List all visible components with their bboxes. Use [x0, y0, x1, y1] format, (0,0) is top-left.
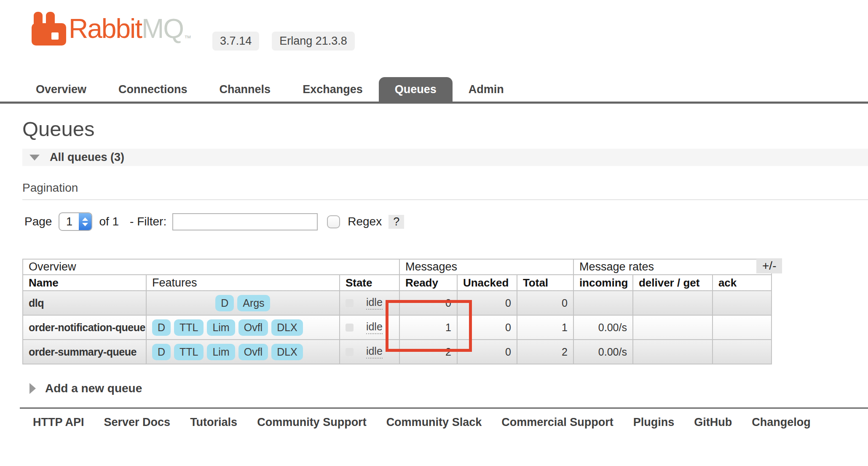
column-header-deliver-get[interactable]: deliver / get — [633, 275, 713, 291]
pagination-divider — [22, 199, 868, 200]
total-count: 2 — [517, 340, 573, 364]
rabbitmq-logo: RabbitMQ™ — [32, 12, 191, 55]
column-header-ack[interactable]: ack — [713, 275, 772, 291]
deliver-get-rate — [633, 291, 713, 315]
queues-table-zone: Overview Messages Message rates Name Fea… — [22, 259, 868, 364]
total-count: 0 — [517, 291, 573, 315]
footer-link-tutorials[interactable]: Tutorials — [190, 416, 237, 429]
pagination-controls: Page 1 of 1 - Filter: Regex ? — [24, 212, 868, 231]
state-indicator-icon — [346, 324, 354, 332]
rabbitmq-version-badge: 3.7.14 — [212, 32, 259, 51]
expand-triangle-icon — [29, 383, 36, 394]
tab-connections[interactable]: Connections — [102, 77, 204, 102]
feature-badge-args: Args — [237, 295, 270, 311]
version-badges: 3.7.14 Erlang 21.3.8 — [212, 32, 355, 51]
state-label: idle — [366, 345, 383, 359]
add-queue-toggle[interactable]: Add a new queue — [29, 382, 868, 395]
footer-link-community-support[interactable]: Community Support — [257, 416, 366, 429]
deliver-get-rate — [633, 340, 713, 364]
queue-features-cell: DArgs — [146, 291, 340, 315]
filter-label: - Filter: — [130, 215, 166, 228]
queue-name-link[interactable]: dlq — [23, 291, 146, 315]
unacked-count: 0 — [457, 340, 517, 364]
table-row: order-summary-queue DTTLLimOvflDLX idle … — [23, 340, 772, 364]
rabbitmq-management-page: RabbitMQ™ 3.7.14 Erlang 21.3.8 Overview … — [0, 0, 868, 466]
ready-count: 1 — [399, 315, 457, 340]
incoming-rate: 0.00/s — [573, 315, 633, 340]
footer-link-changelog[interactable]: Changelog — [752, 416, 811, 429]
feature-badge-durable: D — [215, 295, 234, 311]
queue-features-cell: DTTLLimOvflDLX — [146, 315, 340, 340]
logo-wordmark: RabbitMQ™ — [69, 12, 191, 55]
queue-state-cell: idle — [340, 315, 399, 340]
queue-name-link[interactable]: order-summary-queue — [23, 340, 146, 364]
filter-input[interactable] — [172, 213, 318, 230]
incoming-rate: 0.00/s — [573, 340, 633, 364]
feature-badge-dlx: DLX — [271, 319, 303, 336]
feature-badge-ovfl: Ovfl — [238, 319, 268, 336]
page-number-stepper[interactable]: 1 — [59, 212, 92, 231]
table-row: dlq DArgs idle 0 0 0 — [23, 291, 772, 315]
feature-badge-ovfl: Ovfl — [238, 344, 268, 360]
feature-badge-dlx: DLX — [271, 344, 303, 360]
feature-badge-durable: D — [152, 344, 171, 360]
all-queues-section-toggle[interactable]: All queues (3) — [22, 149, 868, 166]
page-title: Queues — [22, 117, 868, 141]
ack-rate — [713, 291, 772, 315]
page-label: Page — [24, 215, 52, 228]
unacked-count: 0 — [457, 315, 517, 340]
feature-badge-lim: Lim — [207, 344, 235, 360]
tab-channels[interactable]: Channels — [204, 77, 287, 102]
tab-admin[interactable]: Admin — [453, 77, 520, 102]
queues-table: Overview Messages Message rates Name Fea… — [22, 259, 772, 364]
feature-badge-ttl: TTL — [174, 319, 204, 336]
group-header-messages: Messages — [399, 259, 573, 275]
table-row: order-notification-queue DTTLLimOvflDLX … — [23, 315, 772, 340]
state-indicator-icon — [346, 348, 354, 356]
collapse-triangle-icon — [29, 155, 40, 161]
column-header-unacked[interactable]: Unacked — [457, 275, 517, 291]
column-header-total[interactable]: Total — [517, 275, 573, 291]
page-number-value: 1 — [59, 213, 79, 230]
feature-badge-lim: Lim — [207, 319, 235, 336]
state-label: idle — [366, 296, 383, 310]
queue-name-link[interactable]: order-notification-queue — [23, 315, 146, 340]
tab-queues[interactable]: Queues — [379, 77, 453, 102]
erlang-version-badge: Erlang 21.3.8 — [272, 32, 355, 51]
column-header-incoming[interactable]: incoming — [573, 275, 633, 291]
incoming-rate — [573, 291, 633, 315]
footer-links: HTTP API Server Docs Tutorials Community… — [20, 409, 868, 429]
group-header-overview: Overview — [23, 259, 399, 275]
feature-badge-durable: D — [152, 319, 171, 336]
column-header-state[interactable]: State — [340, 275, 399, 291]
ready-count: 2 — [399, 340, 457, 364]
state-indicator-icon — [346, 299, 354, 307]
tab-overview[interactable]: Overview — [20, 77, 102, 102]
main-nav: Overview Connections Channels Exchanges … — [0, 77, 868, 104]
unacked-count: 0 — [457, 291, 517, 315]
footer-link-server-docs[interactable]: Server Docs — [104, 416, 171, 429]
footer-link-commercial-support[interactable]: Commercial Support — [501, 416, 613, 429]
queue-state-cell: idle — [340, 291, 399, 315]
footer-link-github[interactable]: GitHub — [694, 416, 732, 429]
footer-link-http-api[interactable]: HTTP API — [33, 416, 84, 429]
state-label: idle — [366, 321, 383, 334]
footer-link-community-slack[interactable]: Community Slack — [386, 416, 482, 429]
feature-badge-ttl: TTL — [174, 344, 204, 360]
rabbit-icon — [32, 12, 66, 46]
pagination-heading: Pagination — [22, 181, 868, 195]
queue-state-cell: idle — [340, 340, 399, 364]
regex-help-button[interactable]: ? — [388, 215, 404, 229]
ack-rate — [713, 315, 772, 340]
ack-rate — [713, 340, 772, 364]
column-header-name[interactable]: Name — [23, 275, 146, 291]
stepper-arrows-icon[interactable] — [79, 213, 91, 230]
tab-exchanges[interactable]: Exchanges — [287, 77, 379, 102]
section-label: All queues (3) — [50, 151, 124, 164]
page-footer: HTTP API Server Docs Tutorials Community… — [20, 407, 868, 429]
toggle-columns-button[interactable]: +/- — [756, 258, 782, 273]
regex-label: Regex — [348, 215, 382, 228]
column-header-ready[interactable]: Ready — [399, 275, 457, 291]
footer-link-plugins[interactable]: Plugins — [633, 416, 675, 429]
regex-checkbox[interactable] — [327, 215, 340, 228]
